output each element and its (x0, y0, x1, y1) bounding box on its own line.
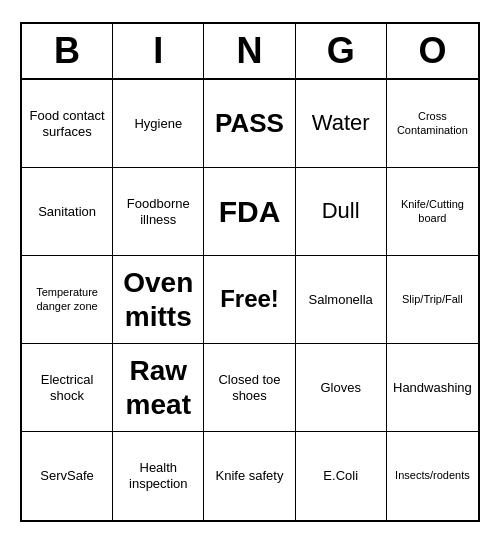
bingo-cell-23: E.Coli (296, 432, 387, 520)
bingo-cell-18: Gloves (296, 344, 387, 432)
bingo-cell-24: Insects/rodents (387, 432, 478, 520)
bingo-letter-b: B (22, 24, 113, 78)
bingo-cell-21: Health inspection (113, 432, 204, 520)
bingo-letter-n: N (204, 24, 295, 78)
bingo-cell-4: Cross Contamination (387, 80, 478, 168)
bingo-cell-12: Free! (204, 256, 295, 344)
bingo-cell-15: Electrical shock (22, 344, 113, 432)
bingo-cell-19: Handwashing (387, 344, 478, 432)
bingo-cell-17: Closed toe shoes (204, 344, 295, 432)
bingo-cell-9: Knife/Cutting board (387, 168, 478, 256)
bingo-cell-22: Knife safety (204, 432, 295, 520)
bingo-cell-5: Sanitation (22, 168, 113, 256)
bingo-letter-g: G (296, 24, 387, 78)
bingo-cell-16: Raw meat (113, 344, 204, 432)
bingo-cell-11: Oven mitts (113, 256, 204, 344)
bingo-card: BINGO Food contact surfacesHygienePASSWa… (20, 22, 480, 522)
bingo-cell-13: Salmonella (296, 256, 387, 344)
bingo-letter-i: I (113, 24, 204, 78)
bingo-cell-8: Dull (296, 168, 387, 256)
bingo-cell-20: ServSafe (22, 432, 113, 520)
bingo-cell-1: Hygiene (113, 80, 204, 168)
bingo-header: BINGO (22, 24, 478, 80)
bingo-cell-10: Temperature danger zone (22, 256, 113, 344)
bingo-cell-6: Foodborne illness (113, 168, 204, 256)
bingo-cell-0: Food contact surfaces (22, 80, 113, 168)
bingo-cell-3: Water (296, 80, 387, 168)
bingo-cell-14: Slip/Trip/Fall (387, 256, 478, 344)
bingo-grid: Food contact surfacesHygienePASSWaterCro… (22, 80, 478, 520)
bingo-cell-2: PASS (204, 80, 295, 168)
bingo-letter-o: O (387, 24, 478, 78)
bingo-cell-7: FDA (204, 168, 295, 256)
